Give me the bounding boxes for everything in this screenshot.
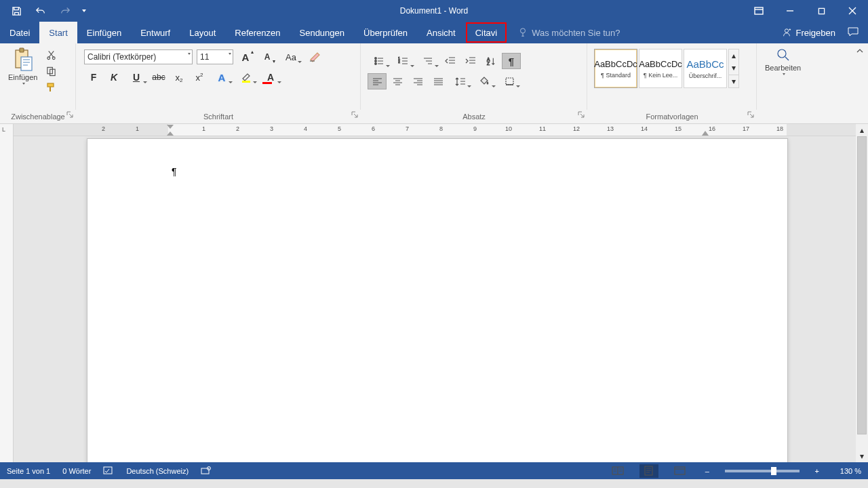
align-right-button[interactable] bbox=[408, 73, 427, 89]
document-page[interactable]: ¶ bbox=[87, 138, 788, 462]
svg-point-2 bbox=[521, 28, 526, 33]
share-group: Freigeben bbox=[782, 22, 868, 43]
tell-me-search[interactable]: Was möchten Sie tun? bbox=[518, 22, 620, 43]
sort-button[interactable]: AZ bbox=[481, 53, 500, 69]
svg-point-14 bbox=[375, 60, 377, 62]
group-font: Calibri (Textkörper) 11 A▴ A▾ Aa F K U a… bbox=[76, 43, 361, 110]
tab-references[interactable]: Referenzen bbox=[225, 22, 290, 43]
zoom-level[interactable]: 130 % bbox=[840, 467, 861, 475]
subscript-button[interactable]: x2 bbox=[170, 69, 189, 85]
paste-button[interactable]: Einfügen bbox=[4, 46, 41, 86]
redo-button[interactable] bbox=[54, 1, 76, 20]
paragraph-dialog-launcher[interactable] bbox=[578, 111, 586, 119]
numbering-button[interactable]: 12 bbox=[392, 53, 415, 69]
zoom-out-button[interactable]: – bbox=[702, 467, 713, 475]
tab-insert[interactable]: Einfügen bbox=[77, 22, 131, 43]
decrease-indent-button[interactable] bbox=[441, 53, 460, 69]
read-mode-button[interactable] bbox=[608, 464, 627, 478]
increase-indent-button[interactable] bbox=[461, 53, 480, 69]
comments-icon[interactable] bbox=[848, 27, 859, 39]
window-title: Dokument1 - Word bbox=[400, 6, 468, 16]
page-indicator[interactable]: Seite 1 von 1 bbox=[7, 467, 50, 475]
grow-font-button[interactable]: A▴ bbox=[236, 49, 255, 65]
underline-button[interactable]: U bbox=[125, 69, 148, 85]
zoom-slider-thumb[interactable] bbox=[771, 467, 776, 475]
show-paragraph-marks-button[interactable]: ¶ bbox=[502, 53, 521, 69]
group-clipboard: Einfügen bbox=[0, 43, 76, 110]
vertical-ruler[interactable]: L bbox=[0, 124, 14, 462]
qat-customize[interactable] bbox=[79, 1, 90, 20]
multilevel-list-button[interactable] bbox=[416, 53, 439, 69]
minimize-button[interactable] bbox=[774, 0, 806, 22]
tab-file[interactable]: Datei bbox=[0, 22, 39, 43]
group-styles: AaBbCcDc¶ Standard AaBbCcDc¶ Kein Lee...… bbox=[587, 43, 757, 110]
svg-rect-6 bbox=[21, 57, 32, 70]
bold-button[interactable]: F bbox=[84, 69, 103, 85]
style-heading1[interactable]: AaBbCcÜberschrif... bbox=[684, 49, 727, 88]
maximize-button[interactable] bbox=[806, 0, 837, 22]
zoom-slider[interactable] bbox=[725, 470, 800, 472]
clear-formatting-button[interactable] bbox=[305, 49, 324, 65]
copy-button[interactable] bbox=[44, 65, 58, 77]
first-line-indent-marker[interactable] bbox=[167, 125, 174, 137]
scroll-down-button[interactable]: ▾ bbox=[856, 450, 868, 462]
bullets-button[interactable] bbox=[368, 53, 391, 69]
scroll-up-button[interactable]: ▴ bbox=[856, 124, 868, 136]
font-size-select[interactable]: 11 bbox=[197, 49, 233, 64]
group-paragraph: 12 AZ ¶ bbox=[361, 43, 587, 110]
ribbon-display-options[interactable] bbox=[743, 0, 774, 22]
clipboard-dialog-launcher[interactable] bbox=[66, 111, 75, 119]
tab-review[interactable]: Überprüfen bbox=[354, 22, 417, 43]
collapse-ribbon-button[interactable] bbox=[856, 47, 864, 57]
page-viewport[interactable]: ¶ bbox=[14, 136, 856, 462]
highlight-button[interactable] bbox=[235, 69, 258, 85]
macro-recording-icon[interactable] bbox=[201, 466, 212, 476]
group-editing: Bearbeiten bbox=[757, 43, 868, 110]
cut-button[interactable] bbox=[44, 49, 58, 61]
shading-button[interactable] bbox=[473, 73, 496, 89]
web-layout-button[interactable] bbox=[671, 464, 690, 478]
style-no-spacing[interactable]: AaBbCcDc¶ Kein Lee... bbox=[639, 49, 682, 88]
line-spacing-button[interactable] bbox=[449, 73, 472, 89]
find-button[interactable]: Bearbeiten bbox=[761, 46, 805, 77]
close-button[interactable] bbox=[837, 0, 868, 22]
print-layout-button[interactable] bbox=[639, 464, 658, 478]
tab-start[interactable]: Start bbox=[39, 22, 77, 43]
zoom-in-button[interactable]: + bbox=[812, 467, 823, 475]
change-case-button[interactable]: Aa bbox=[279, 49, 302, 65]
language-indicator[interactable]: Deutsch (Schweiz) bbox=[126, 467, 189, 475]
tab-design[interactable]: Entwurf bbox=[131, 22, 180, 43]
word-count[interactable]: 0 Wörter bbox=[62, 467, 91, 475]
styles-gallery-more[interactable]: ▴▾▾ bbox=[728, 49, 739, 88]
styles-dialog-launcher[interactable] bbox=[747, 111, 755, 119]
format-painter-button[interactable] bbox=[44, 81, 58, 94]
strikethrough-button[interactable]: abc bbox=[149, 69, 168, 85]
tab-view[interactable]: Ansicht bbox=[417, 22, 465, 43]
align-center-button[interactable] bbox=[388, 73, 407, 89]
shrink-font-button[interactable]: A▾ bbox=[258, 49, 277, 65]
save-button[interactable] bbox=[5, 1, 27, 20]
italic-button[interactable]: K bbox=[104, 69, 123, 85]
align-left-button[interactable] bbox=[368, 73, 387, 89]
spelling-icon[interactable] bbox=[103, 466, 114, 476]
superscript-button[interactable]: x2 bbox=[190, 69, 209, 85]
tab-mailings[interactable]: Sendungen bbox=[290, 22, 355, 43]
tab-layout[interactable]: Layout bbox=[180, 22, 225, 43]
vertical-scrollbar[interactable]: ▴ ▾ bbox=[856, 124, 868, 462]
font-color-button[interactable]: A bbox=[259, 69, 282, 85]
status-bar: Seite 1 von 1 0 Wörter Deutsch (Schweiz)… bbox=[0, 462, 868, 479]
borders-button[interactable] bbox=[498, 73, 521, 89]
horizontal-ruler[interactable]: 2 1 1 2 3 4 5 6 7 8 9 10 11 12 13 14 15 … bbox=[14, 124, 868, 136]
undo-button[interactable] bbox=[30, 1, 52, 20]
svg-text:Z: Z bbox=[486, 61, 489, 66]
font-name-select[interactable]: Calibri (Textkörper) bbox=[84, 49, 193, 64]
quick-access-toolbar bbox=[0, 1, 90, 20]
share-button[interactable]: Freigeben bbox=[782, 28, 835, 38]
justify-button[interactable] bbox=[429, 73, 448, 89]
font-dialog-launcher[interactable] bbox=[351, 111, 359, 119]
style-standard[interactable]: AaBbCcDc¶ Standard bbox=[594, 49, 637, 88]
scroll-thumb[interactable] bbox=[857, 136, 867, 434]
text-effects-button[interactable]: A bbox=[210, 69, 233, 85]
tab-citavi[interactable]: Citavi bbox=[466, 22, 507, 43]
svg-rect-27 bbox=[675, 467, 685, 474]
